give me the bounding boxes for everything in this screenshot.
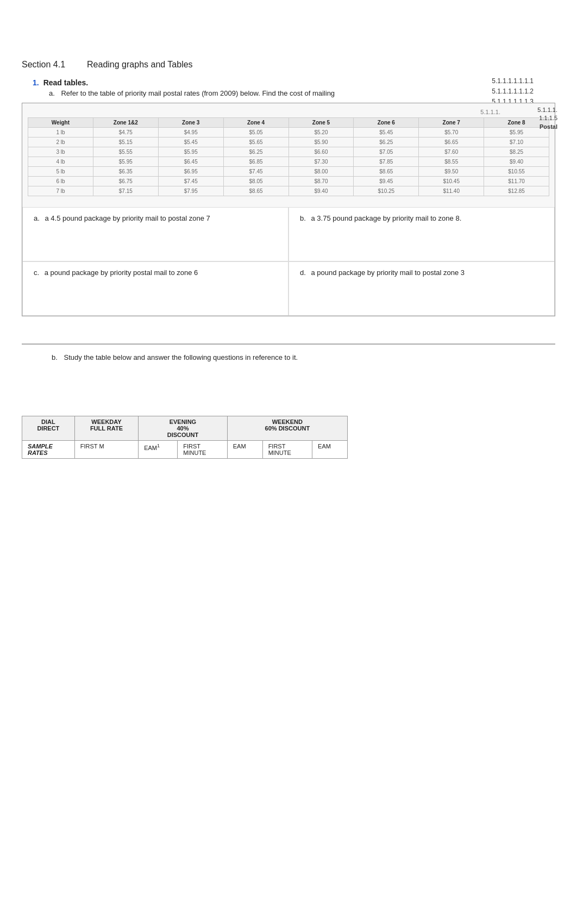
postal-weight: 4 lb (28, 157, 93, 167)
postal-rate: $7.60 (419, 147, 484, 157)
answer-b-text: a 3.75 pound package by priority mail to… (311, 214, 461, 222)
sub-a-text: Refer to the table of priority mail post… (61, 89, 335, 97)
postal-rate: $8.05 (223, 177, 288, 186)
postal-rate: $10.25 (354, 186, 419, 196)
phone-table: DIAL DIRECT WEEKDAY FULL RATE EVENING 40… (22, 416, 348, 459)
postal-rate: $9.40 (484, 157, 549, 167)
postal-rate: $11.40 (419, 186, 484, 196)
postal-rate: $5.15 (93, 138, 158, 147)
postal-rate: $6.25 (223, 147, 288, 157)
postal-rate: $8.55 (419, 157, 484, 167)
postal-rate: $11.70 (484, 177, 549, 186)
postal-rate: $7.45 (158, 177, 223, 186)
postal-rate: $7.30 (288, 157, 354, 167)
postal-rate: $6.65 (419, 138, 484, 147)
postal-rate: $5.05 (223, 128, 288, 138)
answer-c: c. a pound package by priority postal ma… (22, 261, 288, 316)
postal-rate: $9.40 (288, 186, 354, 196)
postal-rate: $7.45 (223, 167, 288, 177)
answer-c-label: c. (34, 269, 39, 277)
sub-a-label: a. (49, 89, 55, 97)
postal-col-header: Zone 5 (288, 118, 354, 128)
section-number: Section 4.1 (22, 60, 65, 70)
answer-c-text: a pound package by priority postal mail … (45, 269, 198, 277)
number-line-1: 5.1.1.1.1.1.1.1 (492, 76, 534, 86)
phone-eam-eve: EAM (227, 441, 262, 459)
postal-rate: $6.25 (354, 138, 419, 147)
phone-eam-wknd: EAM (312, 441, 348, 459)
postal-weight: 2 lb (28, 138, 93, 147)
postal-rate: $8.70 (288, 177, 354, 186)
postal-rate: $12.85 (484, 186, 549, 196)
answer-b-label: b. (300, 214, 306, 222)
postal-rate: $4.75 (93, 128, 158, 138)
postal-table-row: 4 lb$5.95$6.45$6.85$7.30$7.85$8.55$9.40 (28, 157, 549, 167)
postal-table-row: 6 lb$6.75$7.45$8.05$8.70$9.45$10.45$11.7… (28, 177, 549, 186)
postal-weight: 7 lb (28, 186, 93, 196)
postal-rate: $5.45 (354, 128, 419, 138)
phone-first-minute-wknd: FIRST MINUTE (262, 441, 312, 459)
postal-rate: $6.75 (93, 177, 158, 186)
answer-a-text: a 4.5 pound package by priority mail to … (45, 214, 210, 222)
postal-rate: $8.25 (484, 147, 549, 157)
postal-rate: $7.95 (158, 186, 223, 196)
postal-weight: 5 lb (28, 167, 93, 177)
phone-eam: EAM1 (139, 441, 178, 459)
postal-rate: $10.55 (484, 167, 549, 177)
postal-rate: $6.85 (223, 157, 288, 167)
postal-rate: $8.65 (223, 186, 288, 196)
answer-d: d. a pound package by priority mail to p… (288, 261, 555, 316)
postal-rate: $5.20 (288, 128, 354, 138)
answer-d-label: d. (300, 269, 306, 277)
postal-table-row: 2 lb$5.15$5.45$5.65$5.90$6.25$6.65$7.10 (28, 138, 549, 147)
answer-d-text: a pound package by priority mail to post… (311, 269, 465, 277)
phone-col4-header: WEEKEND 60% DISCOUNT (227, 416, 347, 441)
postal-rate: $10.45 (419, 177, 484, 186)
question-b-text: Study the table below and answer the fol… (64, 353, 298, 361)
right-note-4: 5.1.1.1. (480, 109, 500, 115)
postal-rates-table: WeightZone 1&2Zone 3Zone 4Zone 5Zone 6Zo… (28, 117, 549, 196)
postal-rate: $7.85 (354, 157, 419, 167)
postal-table-row: 5 lb$6.35$6.95$7.45$8.00$8.65$9.50$10.55 (28, 167, 549, 177)
phone-first-m: FIRST M (74, 441, 138, 459)
postal-col-header: Zone 4 (223, 118, 288, 128)
postal-table-row: 7 lb$7.15$7.95$8.65$9.40$10.25$11.40$12.… (28, 186, 549, 196)
phone-col1-header: DIAL DIRECT (22, 416, 75, 441)
postal-rate: $6.45 (158, 157, 223, 167)
postal-col-header: Zone 7 (419, 118, 484, 128)
right-note-3: Postal (509, 123, 557, 131)
postal-weight: 3 lb (28, 147, 93, 157)
postal-weight: 1 lb (28, 128, 93, 138)
postal-rate: $6.35 (93, 167, 158, 177)
phone-col3-header: EVENING 40% DISCOUNT (139, 416, 228, 441)
postal-rate: $6.95 (158, 167, 223, 177)
postal-rate: $5.45 (158, 138, 223, 147)
phone-first-minute-eve: FIRST MINUTE (178, 441, 227, 459)
answer-a-label: a. (34, 214, 40, 222)
postal-rate: $8.00 (288, 167, 354, 177)
postal-table-row: 3 lb$5.55$5.95$6.25$6.60$7.05$7.60$8.25 (28, 147, 549, 157)
phone-sample-rates: SAMPLE RATES (22, 441, 75, 459)
postal-rate: $5.90 (288, 138, 354, 147)
answer-b: b. a 3.75 pound package by priority mail… (288, 207, 555, 261)
postal-col-header: Weight (28, 118, 93, 128)
postal-rate: $5.70 (419, 128, 484, 138)
postal-rate: $5.55 (93, 147, 158, 157)
postal-col-header: Zone 6 (354, 118, 419, 128)
postal-rate: $5.65 (223, 138, 288, 147)
postal-rate: $7.05 (354, 147, 419, 157)
postal-rate: $9.50 (419, 167, 484, 177)
number-line-2: 5.1.1.1.1.1.1.2 (492, 86, 534, 97)
postal-rate: $7.10 (484, 138, 549, 147)
postal-col-header: Zone 1&2 (93, 118, 158, 128)
postal-rate: $5.95 (93, 157, 158, 167)
question-1-text: Read tables. (43, 78, 88, 87)
postal-rate: $4.95 (158, 128, 223, 138)
phone-rates-section: DIAL DIRECT WEEKDAY FULL RATE EVENING 40… (22, 410, 555, 464)
question-b-label: b. (52, 353, 58, 361)
question-1-label: 1. (33, 78, 39, 87)
right-note-2: 1.1.1.5 (509, 114, 557, 122)
postal-col-header: Zone 3 (158, 118, 223, 128)
right-note-1: 5.1.1.1. (509, 106, 557, 114)
postal-rate: $8.65 (354, 167, 419, 177)
